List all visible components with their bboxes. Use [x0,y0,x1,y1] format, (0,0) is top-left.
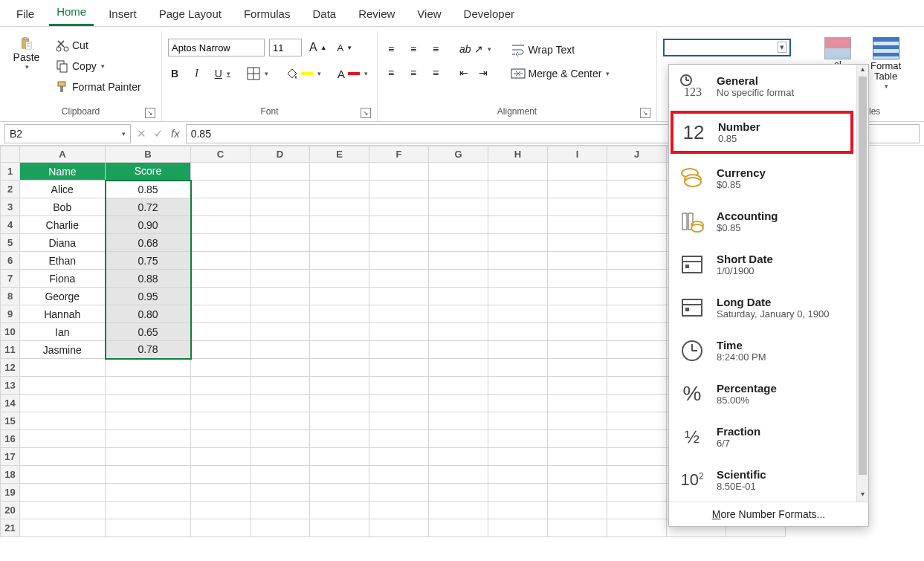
cell[interactable] [191,466,251,484]
fill-color-button[interactable]: ▾ [282,65,324,82]
cell[interactable] [310,181,369,198]
cell[interactable]: Alice [20,181,106,198]
cell[interactable] [548,484,607,502]
underline-button[interactable]: U▾ [212,66,233,81]
cell[interactable] [20,359,106,377]
cell[interactable] [310,430,369,448]
cell[interactable] [251,502,310,519]
cell[interactable] [607,466,667,484]
cell[interactable] [191,377,251,395]
cell[interactable] [429,430,488,448]
cell[interactable]: 0.68 [106,234,191,252]
row-header[interactable]: 16 [1,430,20,448]
column-header[interactable]: G [429,146,488,163]
cell[interactable] [310,484,369,502]
cell[interactable] [548,252,607,270]
cell[interactable] [548,377,607,395]
format-as-table-button[interactable]: FormatTable ▾ [865,34,907,91]
cell[interactable] [548,359,607,377]
cell[interactable] [488,430,548,448]
cell[interactable] [548,430,607,448]
cell[interactable] [191,252,251,270]
copy-button[interactable]: Copy ▾ [53,58,144,74]
column-header[interactable]: H [488,146,548,163]
tab-insert[interactable]: Insert [101,3,144,26]
number-format-option-number[interactable]: 12Number0.85 [671,111,853,154]
cell[interactable] [369,181,429,198]
cell[interactable]: Score [106,163,191,181]
number-format-option-short-date[interactable]: Short Date1/0/1900 [669,243,855,286]
cell[interactable] [607,430,667,448]
cell[interactable] [369,252,429,270]
cell[interactable] [607,412,667,430]
cell[interactable] [251,234,310,252]
cell[interactable] [369,484,429,502]
cell[interactable] [369,395,429,412]
align-bottom-button[interactable]: ≡ [428,42,443,56]
cell[interactable] [488,216,548,234]
cell[interactable] [488,519,548,537]
cell[interactable] [251,395,310,412]
cell[interactable] [548,163,607,181]
tab-review[interactable]: Review [351,3,402,26]
cell[interactable]: Fiona [20,270,106,288]
cell[interactable] [20,377,106,395]
cell[interactable]: Bob [20,198,106,216]
tab-view[interactable]: View [410,3,448,26]
row-header[interactable]: 1 [1,163,20,181]
row-header[interactable]: 13 [1,377,20,395]
column-header[interactable]: A [20,146,106,163]
more-number-formats-button[interactable]: More Number Formats... [669,502,868,526]
cell[interactable] [310,270,369,288]
cell[interactable] [369,502,429,519]
align-left-button[interactable]: ≡ [384,65,398,80]
cell[interactable] [191,430,251,448]
column-header[interactable]: E [310,146,369,163]
cell[interactable] [191,484,251,502]
row-header[interactable]: 21 [1,519,20,537]
cell[interactable] [191,395,251,412]
cell[interactable] [548,323,607,341]
cell[interactable] [607,484,667,502]
cell[interactable] [106,484,191,502]
cell[interactable] [369,163,429,181]
cell[interactable] [310,466,369,484]
cell[interactable] [548,341,607,359]
row-header[interactable]: 5 [1,234,20,252]
cell[interactable] [429,181,488,198]
cell[interactable]: Diana [20,234,106,252]
cell[interactable] [251,181,310,198]
cell[interactable] [191,270,251,288]
number-format-option-time[interactable]: Time8:24:00 PM [669,329,855,372]
row-header[interactable]: 8 [1,288,20,305]
cell[interactable] [310,359,369,377]
cell[interactable] [488,181,548,198]
tab-home[interactable]: Home [49,1,94,26]
row-header[interactable]: 18 [1,466,20,484]
align-center-button[interactable]: ≡ [406,65,421,80]
row-header[interactable]: 4 [1,216,20,234]
cell[interactable] [20,519,106,537]
number-format-option-currency[interactable]: Currency$0.85 [669,157,855,200]
cell[interactable] [191,448,251,466]
cell[interactable] [607,234,667,252]
cell[interactable] [251,466,310,484]
name-box[interactable]: B2▾ [4,124,131,143]
cell[interactable] [429,484,488,502]
row-header[interactable]: 10 [1,323,20,341]
cell[interactable] [106,359,191,377]
cell[interactable] [251,198,310,216]
cell[interactable] [429,377,488,395]
cell[interactable] [369,466,429,484]
dialog-launcher-icon[interactable]: ↘ [361,108,371,118]
cell[interactable] [548,466,607,484]
cell[interactable] [488,198,548,216]
cancel-formula-button[interactable]: ✕ [137,127,146,140]
cell[interactable] [429,198,488,216]
cell[interactable] [429,466,488,484]
cell[interactable] [251,323,310,341]
number-format-select[interactable] [663,39,791,56]
cell[interactable] [369,288,429,305]
cell[interactable] [106,395,191,412]
row-header[interactable]: 9 [1,305,20,323]
